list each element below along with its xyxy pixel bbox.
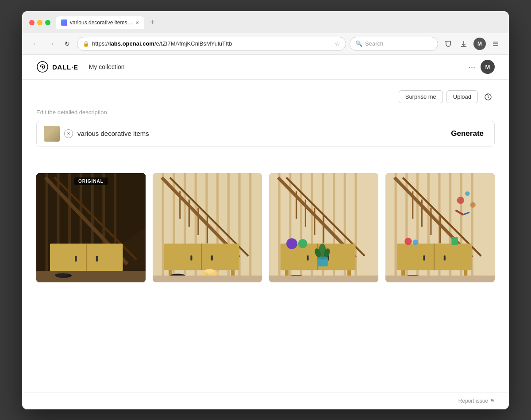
svg-rect-42 xyxy=(190,255,192,260)
toolbar-right: M xyxy=(442,38,502,50)
back-button[interactable]: ← xyxy=(29,38,42,50)
image-card-variant1[interactable] xyxy=(153,173,262,282)
address-protocol: https:// xyxy=(92,40,109,47)
svg-rect-68 xyxy=(307,255,308,260)
images-grid: ORIGINAL xyxy=(36,173,495,282)
user-avatar-button[interactable]: M xyxy=(473,38,486,50)
image-card-variant3[interactable] xyxy=(385,173,495,282)
svg-rect-104 xyxy=(423,255,425,260)
svg-rect-43 xyxy=(211,255,213,260)
original-scene xyxy=(36,173,146,282)
forward-button[interactable]: → xyxy=(45,38,58,50)
svg-rect-33 xyxy=(249,173,251,282)
minimize-window-button[interactable] xyxy=(37,20,42,25)
pocket-button[interactable] xyxy=(442,38,454,50)
image-card-variant2[interactable] xyxy=(269,173,378,282)
window-controls xyxy=(29,20,50,25)
bookmark-icon[interactable]: ☆ xyxy=(335,40,340,47)
history-button[interactable] xyxy=(481,90,495,104)
more-options-button[interactable]: ··· xyxy=(469,62,475,72)
svg-rect-80 xyxy=(269,275,378,282)
address-domain: labs.openai.com xyxy=(109,40,154,47)
my-collection-link[interactable]: My collection xyxy=(89,63,125,70)
maximize-window-button[interactable] xyxy=(45,20,50,25)
svg-point-99 xyxy=(470,202,475,207)
svg-rect-110 xyxy=(451,237,458,245)
variant3-scene xyxy=(385,173,495,282)
flag-icon: ⚑ xyxy=(490,398,495,404)
images-section: ORIGINAL xyxy=(36,173,495,381)
svg-point-0 xyxy=(42,66,43,68)
remove-image-button[interactable]: × xyxy=(64,129,73,138)
prompt-bar: × various decorative items Generate xyxy=(36,121,495,146)
svg-point-47 xyxy=(205,269,214,273)
app-name: DALL·E xyxy=(52,63,78,71)
svg-point-108 xyxy=(404,238,412,245)
tab-favicon xyxy=(61,19,67,26)
svg-rect-20 xyxy=(36,271,146,282)
svg-rect-16 xyxy=(75,256,77,261)
prompt-area: Edit the detailed description × various … xyxy=(36,109,495,146)
image-card-original[interactable]: ORIGINAL xyxy=(36,173,146,282)
search-icon: 🔍 xyxy=(355,40,362,47)
svg-point-22 xyxy=(55,273,68,277)
app-header-right: ··· M xyxy=(469,60,495,74)
address-text: https://labs.openai.com/e/tZI7MAfmjKCnlB… xyxy=(92,40,332,47)
close-window-button[interactable] xyxy=(29,20,35,25)
upload-button[interactable]: Upload xyxy=(446,90,478,103)
svg-rect-112 xyxy=(385,275,495,282)
app-logo: DALL·E xyxy=(36,61,78,73)
svg-rect-52 xyxy=(278,173,281,282)
menu-button[interactable] xyxy=(489,38,502,50)
title-bar: various decorative items | DALL... × + xyxy=(22,11,509,33)
top-section: Surprise me Upload xyxy=(36,90,495,104)
search-bar[interactable]: 🔍 Search xyxy=(350,37,438,51)
tabs-row: various decorative items | DALL... × + xyxy=(56,16,158,29)
report-issue-text: Report issue xyxy=(458,398,488,404)
address-path: /e/tZI7MAfmjKCnlBsMYuluTItb xyxy=(154,40,232,47)
svg-rect-17 xyxy=(96,256,98,261)
openai-icon xyxy=(36,61,49,73)
prompt-thumbnail xyxy=(44,126,60,142)
svg-rect-25 xyxy=(162,173,164,282)
variant1-scene xyxy=(153,173,262,282)
app-header: DALL·E My collection ··· M xyxy=(22,55,509,80)
svg-rect-5 xyxy=(46,173,48,282)
svg-point-109 xyxy=(413,239,418,245)
active-tab[interactable]: various decorative items | DALL... × xyxy=(56,16,144,29)
svg-rect-49 xyxy=(153,275,262,282)
original-badge: ORIGINAL xyxy=(74,177,108,185)
generate-button[interactable]: Generate xyxy=(447,127,487,140)
tab-close-icon[interactable]: × xyxy=(135,19,139,26)
lock-icon: 🔒 xyxy=(83,41,89,47)
variant2-scene xyxy=(269,173,378,282)
app-content: DALL·E My collection ··· M Surprise me U… xyxy=(22,55,509,409)
report-issue-button[interactable]: Report issue ⚑ xyxy=(458,398,495,404)
svg-point-78 xyxy=(298,239,308,248)
surprise-me-button[interactable]: Surprise me xyxy=(399,90,443,103)
refresh-button[interactable]: ↻ xyxy=(61,38,73,50)
svg-rect-83 xyxy=(395,173,397,282)
prompt-thumbnail-image xyxy=(44,126,60,142)
app-user-avatar[interactable]: M xyxy=(481,60,495,74)
svg-point-98 xyxy=(465,191,469,196)
download-button[interactable] xyxy=(458,38,470,50)
tab-label: various decorative items | DALL... xyxy=(70,19,133,26)
main-area: Surprise me Upload Edit the detailed des… xyxy=(22,80,509,392)
footer: Report issue ⚑ xyxy=(22,392,509,409)
search-placeholder: Search xyxy=(365,40,383,47)
edit-description-label: Edit the detailed description xyxy=(36,109,495,116)
svg-point-97 xyxy=(457,197,464,204)
prompt-text: various decorative items xyxy=(77,130,443,137)
browser-toolbar: ← → ↻ 🔒 https://labs.openai.com/e/tZI7MA… xyxy=(22,33,509,55)
address-bar[interactable]: 🔒 https://labs.openai.com/e/tZI7MAfmjKCn… xyxy=(77,37,346,51)
new-tab-button[interactable]: + xyxy=(146,16,158,29)
svg-point-77 xyxy=(286,238,297,249)
svg-rect-105 xyxy=(444,255,446,260)
